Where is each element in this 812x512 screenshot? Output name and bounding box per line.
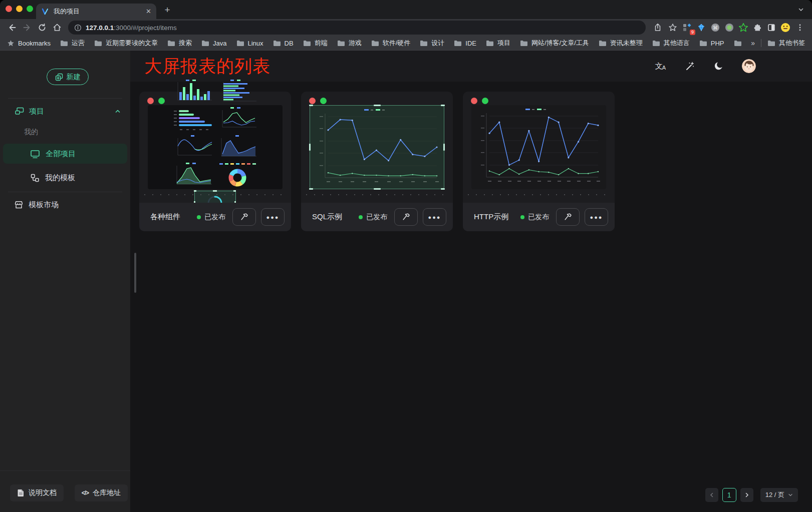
bookmark-folder[interactable]: 其他语言	[652, 39, 690, 48]
moon-icon	[714, 61, 724, 71]
line-chart	[310, 106, 444, 189]
browser-window: 我的项目 ✕ + 127.0.0.1:3000/#/project/items	[0, 0, 812, 512]
edit-button[interactable]	[394, 208, 418, 226]
project-card[interactable]: SQL示例 已发布 ●●●	[301, 92, 453, 231]
bookmark-folder-label: PHP	[711, 40, 724, 47]
bookmark-folder[interactable]: 前端	[303, 39, 328, 48]
tab-close-icon[interactable]: ✕	[146, 8, 151, 15]
screens-icon	[15, 107, 24, 115]
extensions-puzzle-icon[interactable]	[751, 21, 764, 34]
bookmark-star-button[interactable]	[666, 21, 680, 35]
sidebar-item-my-templates[interactable]: 我的模板	[3, 168, 127, 188]
extension-proxy-icon[interactable]	[723, 21, 736, 34]
pagination-next-button[interactable]	[740, 488, 753, 502]
new-tab-button[interactable]: +	[161, 5, 173, 17]
bookmark-folder[interactable]: 设计	[420, 39, 444, 48]
share-button[interactable]	[651, 21, 665, 35]
bookmark-folder-label: DB	[285, 40, 294, 47]
tab-search-chevron-icon[interactable]	[798, 7, 804, 13]
more-button[interactable]: ●●●	[423, 208, 446, 226]
translate-button[interactable]: 文A	[655, 60, 667, 72]
content-header: 大屏报表的列表 文A	[130, 51, 812, 82]
bookmark-folder[interactable]: 项目	[486, 39, 510, 48]
user-avatar[interactable]	[742, 59, 756, 73]
address-bar[interactable]: 127.0.0.1:3000/#/project/items	[68, 21, 646, 35]
repo-button[interactable]: </> 仓库地址	[75, 484, 128, 501]
sidebar-item-template-market[interactable]: 模板市场	[0, 197, 130, 213]
zoom-window-button[interactable]	[27, 6, 33, 12]
sidebar-footer: 说明文档 </> 仓库地址	[0, 470, 130, 512]
bookmark-folder-label: 设计	[431, 39, 444, 48]
extension-grid-icon[interactable]: 9	[681, 21, 694, 34]
bookmark-folder[interactable]: 游戏	[337, 39, 362, 48]
back-button[interactable]	[5, 21, 19, 35]
project-card[interactable]: HTTP示例 已发布 ●●●	[463, 92, 615, 231]
hammer-icon	[564, 213, 573, 221]
bookmark-folder[interactable]: DB	[273, 39, 294, 48]
chevron-up-icon[interactable]	[114, 108, 121, 115]
site-info-icon[interactable]	[74, 24, 82, 32]
status-dot	[359, 215, 363, 219]
thumb-capsule-chart	[172, 106, 214, 132]
browser-tab[interactable]: 我的项目 ✕	[36, 4, 156, 19]
edit-button[interactable]	[556, 208, 580, 226]
dotted-separator	[306, 194, 448, 195]
document-icon	[17, 489, 25, 497]
dark-mode-moon-button[interactable]	[713, 60, 725, 72]
card-footer: SQL示例 已发布 ●●●	[301, 203, 453, 231]
bookmark-folder[interactable]: Linux	[236, 39, 263, 48]
more-button[interactable]: ●●●	[585, 208, 608, 226]
bookmark-folder-label: 近期需要读的文章	[106, 39, 158, 48]
theme-wand-button[interactable]	[684, 60, 696, 72]
dotted-separator	[468, 194, 610, 195]
new-project-button[interactable]: 新建	[47, 69, 89, 85]
card-dot-green	[320, 98, 327, 104]
project-card[interactable]: 25.00% 各种组件 已发布 ●●●	[139, 92, 291, 231]
edit-button[interactable]	[232, 208, 256, 226]
extension-halfsquare-icon[interactable]	[765, 21, 778, 34]
bookmark-folder[interactable]: 运营	[60, 39, 85, 48]
other-bookmarks[interactable]: 其他书签	[767, 39, 805, 48]
folder-icon	[236, 40, 244, 47]
goview-logo-icon	[41, 8, 49, 16]
bookmark-folder[interactable]: 文件服务器	[734, 39, 742, 48]
profile-avatar-emoji[interactable]	[779, 21, 792, 34]
docs-button[interactable]: 说明文档	[10, 484, 64, 501]
more-button[interactable]: ●●●	[261, 208, 285, 226]
sidebar-item-all-projects[interactable]: 全部项目	[3, 144, 127, 164]
bookmark-folder[interactable]: 近期需要读的文章	[94, 39, 158, 48]
browser-menu-button[interactable]	[793, 21, 807, 35]
status-badge: 已发布	[197, 213, 225, 222]
scrollbar-thumb[interactable]	[134, 253, 136, 293]
extension-green-star-icon[interactable]	[737, 21, 750, 34]
extension-command-icon[interactable]: ⌘	[709, 21, 722, 34]
bookmark-folder[interactable]: IDE	[454, 39, 476, 48]
bookmark-folder-label: 网站/博客/文章/工具	[531, 39, 589, 48]
home-button[interactable]	[50, 21, 64, 35]
sidebar-item-all-projects-label: 全部项目	[46, 149, 76, 159]
bookmark-folder[interactable]: 软件/硬件	[371, 39, 411, 48]
bookmark-folder[interactable]: 资讯未整理	[599, 39, 643, 48]
pagination-prev-button[interactable]	[705, 488, 718, 502]
folder-icon	[371, 40, 379, 47]
status-badge: 已发布	[520, 213, 549, 222]
card-dot-green	[158, 98, 165, 104]
reload-button[interactable]	[35, 21, 49, 35]
bookmarks-overflow-chevron[interactable]: »	[751, 39, 755, 47]
folder-icon	[520, 40, 528, 47]
forward-button[interactable]	[20, 21, 34, 35]
extension-gem-icon[interactable]	[695, 21, 708, 34]
pagination-current-page[interactable]: 1	[722, 488, 736, 502]
close-window-button[interactable]	[6, 6, 12, 12]
page-title: 大屏报表的列表	[144, 55, 270, 78]
page-size-select[interactable]: 12 / 页	[760, 488, 798, 502]
sidebar-section-project[interactable]: 项目	[0, 104, 130, 119]
bookmark-folder[interactable]: PHP	[699, 39, 724, 48]
bookmark-folder[interactable]: 网站/博客/文章/工具	[520, 39, 589, 48]
bookmark-folder[interactable]: 搜索	[167, 39, 192, 48]
bookmarks-manager[interactable]: Bookmarks	[7, 40, 51, 47]
minimize-window-button[interactable]	[16, 6, 23, 12]
sidebar-divider	[8, 98, 122, 99]
bookmark-folder[interactable]: Java	[201, 39, 226, 48]
bookmarks-right-group: » 其他书签	[751, 39, 805, 48]
